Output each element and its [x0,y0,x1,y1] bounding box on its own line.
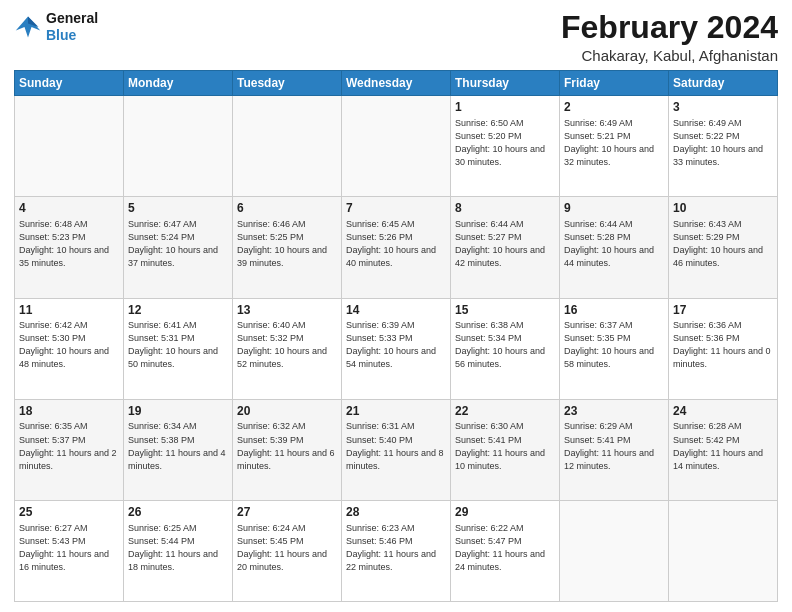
table-row: 2Sunrise: 6:49 AM Sunset: 5:21 PM Daylig… [560,96,669,197]
day-number: 17 [673,302,773,319]
table-row: 23Sunrise: 6:29 AM Sunset: 5:41 PM Dayli… [560,399,669,500]
day-info: Sunrise: 6:38 AM Sunset: 5:34 PM Dayligh… [455,319,555,371]
calendar-table: Sunday Monday Tuesday Wednesday Thursday… [14,70,778,602]
table-row: 28Sunrise: 6:23 AM Sunset: 5:46 PM Dayli… [342,500,451,601]
day-number: 29 [455,504,555,521]
table-row: 11Sunrise: 6:42 AM Sunset: 5:30 PM Dayli… [15,298,124,399]
day-number: 18 [19,403,119,420]
table-row: 7Sunrise: 6:45 AM Sunset: 5:26 PM Daylig… [342,197,451,298]
table-row: 6Sunrise: 6:46 AM Sunset: 5:25 PM Daylig… [233,197,342,298]
day-info: Sunrise: 6:50 AM Sunset: 5:20 PM Dayligh… [455,117,555,169]
day-number: 24 [673,403,773,420]
day-number: 8 [455,200,555,217]
table-row: 5Sunrise: 6:47 AM Sunset: 5:24 PM Daylig… [124,197,233,298]
table-row: 12Sunrise: 6:41 AM Sunset: 5:31 PM Dayli… [124,298,233,399]
day-info: Sunrise: 6:40 AM Sunset: 5:32 PM Dayligh… [237,319,337,371]
day-number: 22 [455,403,555,420]
location: Chakaray, Kabul, Afghanistan [561,47,778,64]
table-row: 8Sunrise: 6:44 AM Sunset: 5:27 PM Daylig… [451,197,560,298]
calendar-week-row: 4Sunrise: 6:48 AM Sunset: 5:23 PM Daylig… [15,197,778,298]
col-friday: Friday [560,71,669,96]
calendar-week-row: 25Sunrise: 6:27 AM Sunset: 5:43 PM Dayli… [15,500,778,601]
day-info: Sunrise: 6:48 AM Sunset: 5:23 PM Dayligh… [19,218,119,270]
table-row: 16Sunrise: 6:37 AM Sunset: 5:35 PM Dayli… [560,298,669,399]
table-row [15,96,124,197]
day-number: 3 [673,99,773,116]
table-row: 14Sunrise: 6:39 AM Sunset: 5:33 PM Dayli… [342,298,451,399]
day-number: 9 [564,200,664,217]
col-sunday: Sunday [15,71,124,96]
day-info: Sunrise: 6:49 AM Sunset: 5:21 PM Dayligh… [564,117,664,169]
day-info: Sunrise: 6:47 AM Sunset: 5:24 PM Dayligh… [128,218,228,270]
col-saturday: Saturday [669,71,778,96]
title-block: February 2024 Chakaray, Kabul, Afghanist… [561,10,778,64]
day-info: Sunrise: 6:43 AM Sunset: 5:29 PM Dayligh… [673,218,773,270]
day-number: 4 [19,200,119,217]
day-number: 13 [237,302,337,319]
day-number: 1 [455,99,555,116]
day-info: Sunrise: 6:22 AM Sunset: 5:47 PM Dayligh… [455,522,555,574]
header: General Blue February 2024 Chakaray, Kab… [14,10,778,64]
day-info: Sunrise: 6:30 AM Sunset: 5:41 PM Dayligh… [455,420,555,472]
table-row: 3Sunrise: 6:49 AM Sunset: 5:22 PM Daylig… [669,96,778,197]
day-number: 2 [564,99,664,116]
day-info: Sunrise: 6:46 AM Sunset: 5:25 PM Dayligh… [237,218,337,270]
table-row: 27Sunrise: 6:24 AM Sunset: 5:45 PM Dayli… [233,500,342,601]
logo: General Blue [14,10,98,44]
day-number: 10 [673,200,773,217]
logo-text: General Blue [46,10,98,44]
day-number: 11 [19,302,119,319]
day-info: Sunrise: 6:49 AM Sunset: 5:22 PM Dayligh… [673,117,773,169]
day-number: 25 [19,504,119,521]
table-row: 25Sunrise: 6:27 AM Sunset: 5:43 PM Dayli… [15,500,124,601]
month-year: February 2024 [561,10,778,45]
day-number: 15 [455,302,555,319]
calendar-header-row: Sunday Monday Tuesday Wednesday Thursday… [15,71,778,96]
table-row: 22Sunrise: 6:30 AM Sunset: 5:41 PM Dayli… [451,399,560,500]
col-thursday: Thursday [451,71,560,96]
table-row [560,500,669,601]
day-info: Sunrise: 6:39 AM Sunset: 5:33 PM Dayligh… [346,319,446,371]
col-wednesday: Wednesday [342,71,451,96]
col-tuesday: Tuesday [233,71,342,96]
table-row [233,96,342,197]
day-number: 7 [346,200,446,217]
table-row: 17Sunrise: 6:36 AM Sunset: 5:36 PM Dayli… [669,298,778,399]
day-number: 20 [237,403,337,420]
table-row: 24Sunrise: 6:28 AM Sunset: 5:42 PM Dayli… [669,399,778,500]
table-row: 19Sunrise: 6:34 AM Sunset: 5:38 PM Dayli… [124,399,233,500]
table-row: 21Sunrise: 6:31 AM Sunset: 5:40 PM Dayli… [342,399,451,500]
table-row [342,96,451,197]
table-row [124,96,233,197]
day-info: Sunrise: 6:42 AM Sunset: 5:30 PM Dayligh… [19,319,119,371]
day-info: Sunrise: 6:45 AM Sunset: 5:26 PM Dayligh… [346,218,446,270]
day-number: 28 [346,504,446,521]
table-row: 26Sunrise: 6:25 AM Sunset: 5:44 PM Dayli… [124,500,233,601]
table-row [669,500,778,601]
logo-icon [14,13,42,41]
day-number: 19 [128,403,228,420]
day-info: Sunrise: 6:24 AM Sunset: 5:45 PM Dayligh… [237,522,337,574]
calendar-week-row: 11Sunrise: 6:42 AM Sunset: 5:30 PM Dayli… [15,298,778,399]
calendar-week-row: 1Sunrise: 6:50 AM Sunset: 5:20 PM Daylig… [15,96,778,197]
day-number: 23 [564,403,664,420]
day-info: Sunrise: 6:31 AM Sunset: 5:40 PM Dayligh… [346,420,446,472]
day-number: 16 [564,302,664,319]
table-row: 13Sunrise: 6:40 AM Sunset: 5:32 PM Dayli… [233,298,342,399]
day-info: Sunrise: 6:34 AM Sunset: 5:38 PM Dayligh… [128,420,228,472]
day-number: 27 [237,504,337,521]
day-info: Sunrise: 6:29 AM Sunset: 5:41 PM Dayligh… [564,420,664,472]
calendar-week-row: 18Sunrise: 6:35 AM Sunset: 5:37 PM Dayli… [15,399,778,500]
day-info: Sunrise: 6:27 AM Sunset: 5:43 PM Dayligh… [19,522,119,574]
day-number: 14 [346,302,446,319]
day-info: Sunrise: 6:32 AM Sunset: 5:39 PM Dayligh… [237,420,337,472]
day-info: Sunrise: 6:41 AM Sunset: 5:31 PM Dayligh… [128,319,228,371]
day-info: Sunrise: 6:44 AM Sunset: 5:27 PM Dayligh… [455,218,555,270]
table-row: 9Sunrise: 6:44 AM Sunset: 5:28 PM Daylig… [560,197,669,298]
day-info: Sunrise: 6:23 AM Sunset: 5:46 PM Dayligh… [346,522,446,574]
table-row: 20Sunrise: 6:32 AM Sunset: 5:39 PM Dayli… [233,399,342,500]
table-row: 15Sunrise: 6:38 AM Sunset: 5:34 PM Dayli… [451,298,560,399]
table-row: 1Sunrise: 6:50 AM Sunset: 5:20 PM Daylig… [451,96,560,197]
day-info: Sunrise: 6:36 AM Sunset: 5:36 PM Dayligh… [673,319,773,371]
day-number: 12 [128,302,228,319]
